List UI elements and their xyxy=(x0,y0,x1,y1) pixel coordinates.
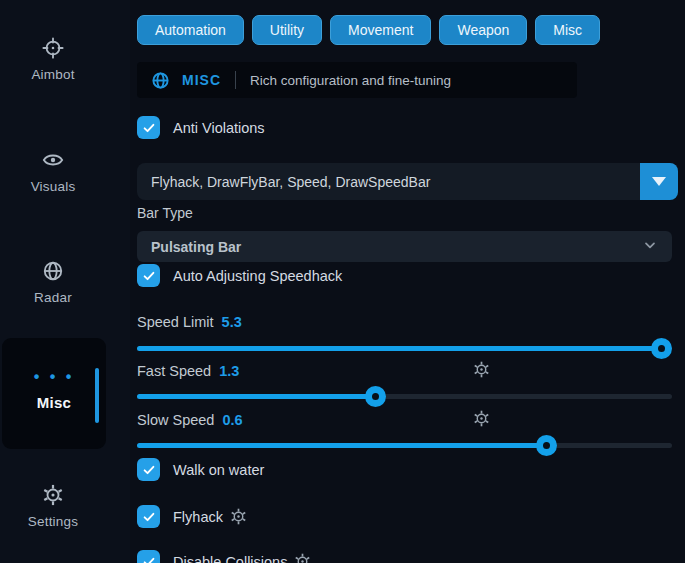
gear-icon[interactable] xyxy=(473,361,490,378)
tab-label: Misc xyxy=(553,22,582,38)
main-panel: Automation Utility Movement Weapon Misc … xyxy=(137,0,678,563)
slider-thumb[interactable] xyxy=(365,386,386,407)
gear-icon[interactable] xyxy=(294,553,311,563)
bar-flags-multiselect[interactable]: Flyhack, DrawFlyBar, Speed, DrawSpeedBar xyxy=(137,163,678,200)
crosshair-icon xyxy=(42,37,64,59)
tab-weapon[interactable]: Weapon xyxy=(439,15,527,45)
eye-icon xyxy=(42,149,64,171)
checkbox-label: Auto Adjusting Speedhack xyxy=(173,268,342,284)
checkbox-auto-adjusting-speedhack[interactable]: Auto Adjusting Speedhack xyxy=(137,264,342,287)
sidebar-item-aimbot[interactable]: Aimbot xyxy=(0,37,106,83)
section-subtitle: Rich configuration and fine-tuning xyxy=(250,73,451,88)
slider-thumb[interactable] xyxy=(536,435,557,456)
tab-movement[interactable]: Movement xyxy=(330,15,431,45)
checkbox-checked-icon xyxy=(137,550,160,563)
speed-limit-label: Speed Limit 5.3 xyxy=(137,314,242,330)
sidebar-item-label: Aimbot xyxy=(31,67,74,82)
tab-label: Movement xyxy=(348,22,413,38)
bar-type-value: Pulsating Bar xyxy=(151,239,241,255)
slider-fill xyxy=(137,346,661,351)
selected-indicator xyxy=(95,368,99,423)
sidebar-item-radar[interactable]: Radar xyxy=(0,260,106,306)
slider-thumb[interactable] xyxy=(651,338,672,359)
bar-flags-value: Flyhack, DrawFlyBar, Speed, DrawSpeedBar xyxy=(137,174,640,190)
fast-speed-label: Fast Speed 1.3 xyxy=(137,363,239,379)
gear-icon xyxy=(42,484,64,506)
sidebar-item-misc[interactable]: • • • Misc xyxy=(2,338,106,449)
slider-label-text: Slow Speed xyxy=(137,412,214,428)
checkbox-walk-on-water[interactable]: Walk on water xyxy=(137,458,264,481)
sidebar-item-label: Radar xyxy=(34,290,72,305)
slow-speed-label: Slow Speed 0.6 xyxy=(137,412,243,428)
checkbox-checked-icon xyxy=(137,458,160,481)
globe-icon xyxy=(42,260,64,282)
section-title: MISC xyxy=(182,72,221,88)
checkbox-label: Disable Collisions xyxy=(173,553,311,563)
tab-label: Weapon xyxy=(457,22,509,38)
tab-label: Automation xyxy=(155,22,226,38)
checkbox-anti-violations[interactable]: Anti Violations xyxy=(137,116,265,139)
category-tabs: Automation Utility Movement Weapon Misc xyxy=(137,15,600,45)
speed-limit-slider[interactable] xyxy=(137,338,672,358)
checkbox-checked-icon xyxy=(137,264,160,287)
slider-fill xyxy=(137,394,375,399)
checkbox-flyhack[interactable]: Flyhack xyxy=(137,505,247,528)
slider-value: 1.3 xyxy=(219,363,239,379)
checkbox-label-text: Disable Collisions xyxy=(173,554,287,563)
sidebar: Aimbot Visuals Radar • • • xyxy=(0,0,130,563)
checkbox-label-text: Flyhack xyxy=(173,509,223,525)
triangle-down-icon xyxy=(652,177,666,186)
slider-label-text: Speed Limit xyxy=(137,314,214,330)
tab-utility[interactable]: Utility xyxy=(252,15,322,45)
cheat-menu-window: Aimbot Visuals Radar • • • xyxy=(0,0,685,563)
slow-speed-slider[interactable] xyxy=(137,435,672,455)
fast-speed-slider[interactable] xyxy=(137,386,672,406)
slider-label-text: Fast Speed xyxy=(137,363,211,379)
tab-misc[interactable]: Misc xyxy=(535,15,600,45)
tab-automation[interactable]: Automation xyxy=(137,15,244,45)
tab-label: Utility xyxy=(270,22,304,38)
globe-icon xyxy=(151,71,170,90)
gear-icon[interactable] xyxy=(473,410,490,427)
sidebar-item-visuals[interactable]: Visuals xyxy=(0,149,106,195)
checkbox-label: Flyhack xyxy=(173,508,247,525)
multiselect-open-button[interactable] xyxy=(640,163,678,200)
bar-type-label: Bar Type xyxy=(137,205,193,221)
slider-value: 0.6 xyxy=(222,412,242,428)
sidebar-item-label: Misc xyxy=(2,394,106,411)
checkbox-label: Anti Violations xyxy=(173,120,265,136)
chevron-down-icon xyxy=(642,237,658,257)
checkbox-checked-icon xyxy=(137,505,160,528)
bar-type-select[interactable]: Pulsating Bar xyxy=(137,231,672,262)
gear-icon[interactable] xyxy=(230,508,247,525)
sidebar-item-label: Settings xyxy=(28,514,78,529)
sidebar-item-label: Visuals xyxy=(31,179,76,194)
slider-fill xyxy=(137,443,546,448)
sidebar-item-settings[interactable]: Settings xyxy=(0,484,106,530)
checkbox-label: Walk on water xyxy=(173,462,264,478)
section-header: MISC Rich configuration and fine-tuning xyxy=(137,62,577,98)
ellipsis-icon: • • • xyxy=(2,372,106,382)
slider-value: 5.3 xyxy=(222,314,242,330)
checkbox-disable-collisions[interactable]: Disable Collisions xyxy=(137,550,311,563)
divider xyxy=(235,71,236,89)
checkbox-checked-icon xyxy=(137,116,160,139)
